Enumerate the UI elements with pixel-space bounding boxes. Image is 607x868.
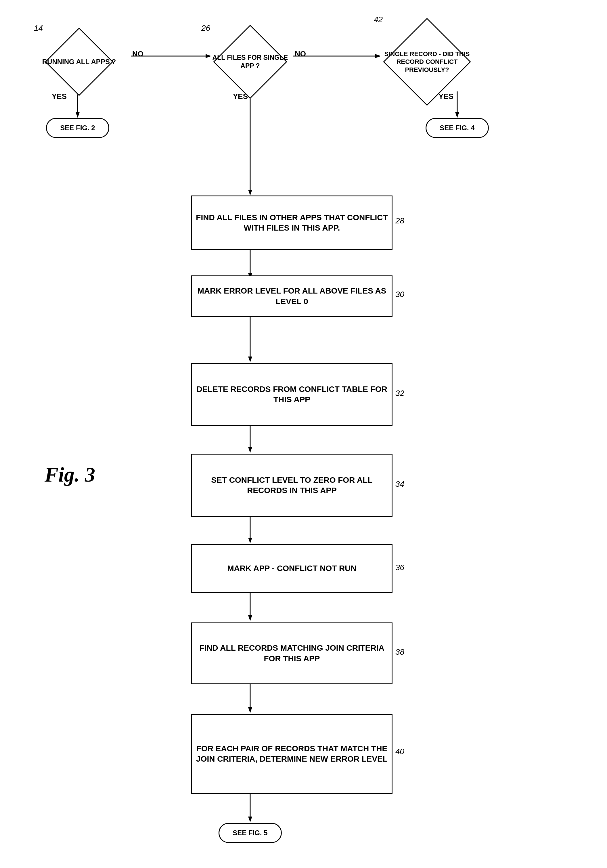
ref-28: 28 — [395, 216, 404, 225]
svg-marker-9 — [248, 190, 252, 195]
rect-delete-records: DELETE RECORDS FROM CONFLICT TABLE FOR T… — [191, 363, 393, 426]
svg-marker-1 — [76, 112, 80, 118]
diamond2-label: ALL FILES FOR SINGLE APP ? — [207, 27, 293, 96]
ref-32: 32 — [395, 389, 404, 398]
svg-marker-17 — [248, 538, 252, 543]
svg-marker-7 — [455, 112, 459, 118]
rect-find-records: FIND ALL RECORDS MATCHING JOIN CRITERIA … — [191, 623, 393, 684]
svg-marker-23 — [248, 817, 252, 822]
rect-find-files: FIND ALL FILES IN OTHER APPS THAT CONFLI… — [191, 195, 393, 250]
rect-each-pair: FOR EACH PAIR OF RECORDS THAT MATCH THE … — [191, 714, 393, 794]
rect-mark-error: MARK ERROR LEVEL FOR ALL ABOVE FILES AS … — [191, 276, 393, 317]
yes-label-d2: YES — [233, 92, 248, 101]
diamond3-label: SINGLE RECORD - DID THIS RECORD CONFLICT… — [380, 17, 475, 106]
diagram-container: RUNNING ALL APPS ? 14 YES NO ALL FILES F… — [0, 0, 607, 868]
rect-mark-app: MARK APP - CONFLICT NOT RUN — [191, 544, 393, 593]
ref-36: 36 — [395, 563, 404, 572]
oval-see-fig4: SEE FIG. 4 — [425, 118, 489, 138]
ref-42: 42 — [374, 15, 383, 24]
ref-38: 38 — [395, 648, 404, 657]
svg-marker-15 — [248, 447, 252, 453]
oval-see-fig2: SEE FIG. 2 — [46, 118, 109, 138]
rect-set-conflict: SET CONFLICT LEVEL TO ZERO FOR ALL RECOR… — [191, 454, 393, 517]
diamond3-wrapper: SINGLE RECORD - DID THIS RECORD CONFLICT… — [380, 17, 475, 106]
ref-26: 26 — [201, 23, 210, 33]
oval-see-fig5: SEE FIG. 5 — [219, 823, 282, 843]
ref-30: 30 — [395, 290, 404, 299]
diamond2-wrapper: ALL FILES FOR SINGLE APP ? — [207, 27, 293, 96]
fig-label: Fig. 3 — [45, 463, 95, 487]
diamond1-label: RUNNING ALL APPS ? — [42, 27, 116, 96]
svg-marker-19 — [248, 615, 252, 621]
ref-34: 34 — [395, 480, 404, 489]
svg-marker-13 — [248, 356, 252, 362]
no-label-d2: NO — [295, 50, 306, 58]
diamond1-wrapper: RUNNING ALL APPS ? — [42, 27, 116, 96]
ref-14: 14 — [34, 23, 43, 33]
yes-label-d1: YES — [52, 92, 67, 101]
svg-marker-21 — [248, 707, 252, 713]
yes-label-d3: YES — [438, 92, 453, 101]
ref-40: 40 — [395, 747, 404, 756]
no-label-d1: NO — [132, 50, 143, 58]
